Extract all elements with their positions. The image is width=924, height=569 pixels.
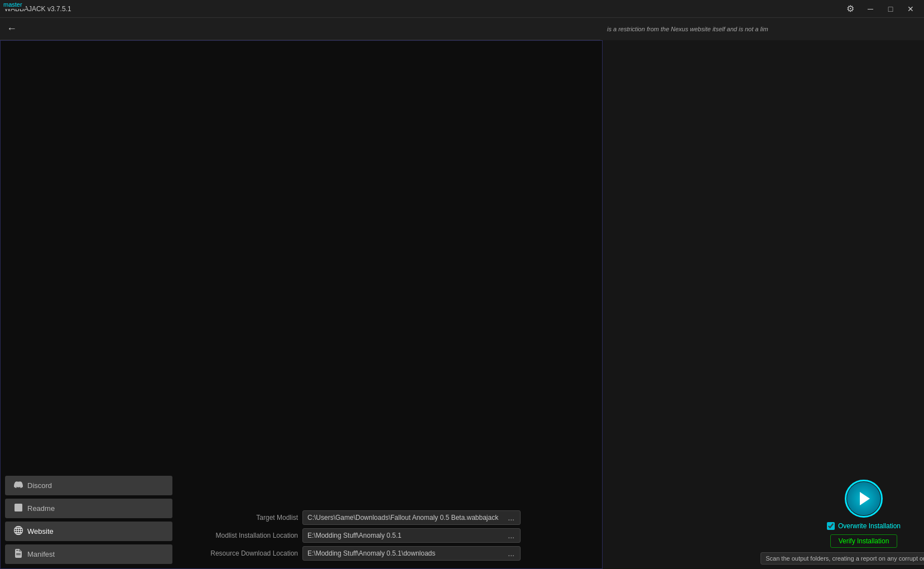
resource-download-input-wrap[interactable]: E:\Modding Stuff\Anomaly 0.5.1\downloads… [302, 546, 521, 561]
notification-bar: is a restriction from the Nexus website … [600, 18, 924, 40]
resource-download-value: E:\Modding Stuff\Anomaly 0.5.1\downloads [307, 549, 504, 557]
target-modlist-value: C:\Users\Game\Downloads\Fallout Anomaly … [307, 514, 504, 522]
target-modlist-input-wrap[interactable]: C:\Users\Game\Downloads\Fallout Anomaly … [302, 510, 521, 525]
close-button[interactable]: ✕ [902, 0, 920, 18]
master-tag: master [0, 0, 26, 9]
manifest-label: Manifest [27, 550, 55, 558]
globe-icon [14, 526, 23, 537]
overwrite-checkbox[interactable] [827, 522, 835, 530]
discord-button[interactable]: Discord [5, 476, 172, 495]
target-modlist-row: Target Modlist C:\Users\Game\Downloads\F… [195, 510, 521, 525]
discord-icon [14, 480, 23, 491]
settings-button[interactable]: ⚙ [841, 0, 859, 18]
modlist-install-input-wrap[interactable]: E:\Modding Stuff\Anomaly 0.5.1 ... [302, 528, 521, 543]
modlist-install-row: Modlist Installation Location E:\Modding… [195, 528, 521, 543]
install-play-button[interactable] [845, 480, 883, 518]
overwrite-label[interactable]: Overwrite Installation [838, 522, 901, 530]
maximize-button[interactable]: □ [882, 0, 899, 18]
minimize-button[interactable]: ─ [862, 0, 879, 18]
discord-label: Discord [27, 481, 52, 490]
config-area: Target Modlist C:\Users\Game\Downloads\F… [190, 510, 525, 564]
action-area: Overwrite Installation Verify Installati… [808, 480, 920, 565]
title-bar: WABBAJACK v3.7.5.1 ⚙ ─ □ ✕ [0, 0, 924, 18]
target-modlist-browse-button[interactable]: ... [507, 513, 516, 522]
readme-icon [14, 503, 23, 514]
resource-download-label: Resource Download Location [195, 549, 298, 557]
verify-installation-button[interactable]: Verify Installation [830, 534, 898, 548]
tooltip-box: Scan the output folders, creating a repo… [761, 552, 924, 565]
modlist-install-label: Modlist Installation Location [195, 532, 298, 539]
modlist-install-browse-button[interactable]: ... [507, 531, 516, 540]
target-modlist-label: Target Modlist [195, 514, 298, 522]
readme-button[interactable]: Readme [5, 499, 172, 518]
main-layout: Discord Readme Website [0, 40, 924, 569]
manifest-icon [14, 549, 23, 560]
modlist-install-value: E:\Modding Stuff\Anomaly 0.5.1 [307, 532, 504, 539]
resource-download-browse-button[interactable]: ... [507, 549, 516, 558]
right-panel: Overwrite Installation Verify Installati… [603, 40, 924, 569]
play-triangle-icon [860, 492, 870, 505]
bottom-area: Discord Readme Website [1, 471, 190, 568]
manifest-button[interactable]: Manifest [5, 544, 172, 564]
readme-label: Readme [27, 504, 55, 513]
website-label: Website [27, 527, 54, 535]
resource-download-row: Resource Download Location E:\Modding St… [195, 546, 521, 561]
website-button[interactable]: Website [5, 522, 172, 541]
notification-text: is a restriction from the Nexus website … [607, 26, 768, 32]
nav-bar: ← is a restriction from the Nexus websit… [0, 18, 924, 40]
overwrite-row: Overwrite Installation [827, 522, 901, 530]
back-button[interactable]: ← [7, 23, 17, 35]
main-panel: Discord Readme Website [0, 40, 603, 569]
